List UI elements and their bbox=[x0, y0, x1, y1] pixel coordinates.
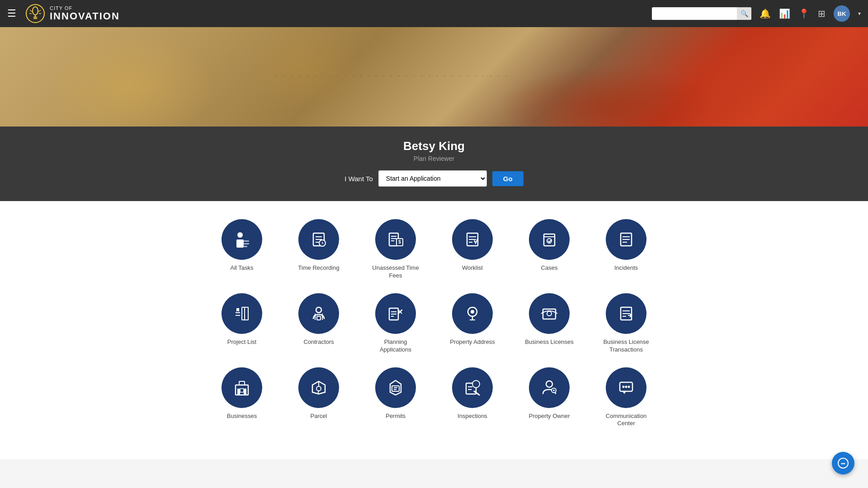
property-address-icon bbox=[462, 304, 482, 324]
svg-rect-31 bbox=[544, 234, 555, 246]
hamburger-menu-icon[interactable]: ☰ bbox=[7, 8, 16, 19]
icon-cases[interactable]: Cases bbox=[524, 219, 574, 280]
cases-icon bbox=[539, 230, 559, 249]
svg-rect-68 bbox=[240, 389, 244, 392]
project-list-icon bbox=[232, 304, 252, 324]
logo-area: City of INNOVATION bbox=[25, 4, 120, 23]
user-section: Betsy King Plan Reviewer I Want To Start… bbox=[0, 127, 868, 201]
parcel-circle[interactable] bbox=[298, 367, 339, 408]
icon-businesses[interactable]: Businesses bbox=[217, 367, 267, 428]
svg-rect-66 bbox=[237, 389, 240, 395]
search-button[interactable]: 🔍 bbox=[737, 7, 751, 20]
incidents-circle[interactable] bbox=[606, 219, 646, 260]
header: ☰ City of INNOVATION 🔍 🔔 � bbox=[0, 0, 868, 27]
icon-parcel[interactable]: Parcel bbox=[294, 367, 344, 428]
inspections-label: Inspections bbox=[458, 413, 487, 420]
banner bbox=[0, 27, 868, 127]
svg-rect-11 bbox=[244, 240, 249, 242]
icon-business-license-transactions[interactable]: Business License Transactions bbox=[601, 293, 651, 354]
property-owner-label: Property Owner bbox=[528, 413, 570, 420]
map-icon[interactable]: 📍 bbox=[798, 8, 810, 19]
business-license-transactions-label: Business License Transactions bbox=[601, 338, 651, 354]
communication-center-label: Communication Center bbox=[601, 413, 651, 428]
svg-point-9 bbox=[237, 232, 243, 238]
icon-planning-applications[interactable]: Planning Applications bbox=[371, 293, 420, 354]
user-dropdown-arrow[interactable]: ▾ bbox=[858, 10, 861, 17]
planning-applications-circle[interactable] bbox=[375, 293, 416, 334]
notification-icon[interactable]: 🔔 bbox=[760, 8, 771, 19]
svg-point-89 bbox=[841, 463, 843, 465]
businesses-circle[interactable] bbox=[222, 367, 262, 408]
svg-rect-67 bbox=[244, 389, 246, 395]
user-avatar[interactable]: BK bbox=[834, 5, 850, 22]
project-list-circle[interactable] bbox=[222, 293, 262, 334]
business-license-transactions-circle[interactable] bbox=[606, 293, 646, 334]
property-owner-circle[interactable] bbox=[529, 367, 570, 408]
svg-marker-42 bbox=[236, 308, 239, 312]
worklist-label: Worklist bbox=[462, 264, 483, 272]
icon-inspections[interactable]: Inspections bbox=[448, 367, 497, 428]
parcel-label: Parcel bbox=[311, 413, 327, 420]
svg-rect-10 bbox=[236, 239, 244, 248]
svg-line-5 bbox=[30, 10, 32, 12]
logo-innovation: INNOVATION bbox=[50, 11, 120, 22]
svg-point-79 bbox=[546, 381, 552, 387]
business-licenses-label: Business Licenses bbox=[525, 338, 574, 346]
all-tasks-label: All Tasks bbox=[230, 264, 253, 272]
inspections-circle[interactable] bbox=[452, 367, 493, 408]
user-name: Betsy King bbox=[403, 139, 465, 153]
businesses-label: Businesses bbox=[227, 413, 257, 420]
worklist-circle[interactable] bbox=[452, 219, 493, 260]
all-tasks-circle[interactable] bbox=[222, 219, 262, 260]
unassessed-time-fees-circle[interactable]: $ bbox=[375, 219, 416, 260]
want-to-label: I Want To bbox=[344, 175, 373, 183]
chat-fab-icon bbox=[837, 457, 849, 469]
icon-project-list[interactable]: Project List bbox=[217, 293, 267, 354]
svg-rect-71 bbox=[392, 386, 399, 391]
icon-incidents[interactable]: Incidents bbox=[601, 219, 651, 280]
svg-point-58 bbox=[547, 311, 552, 316]
svg-rect-39 bbox=[245, 307, 248, 320]
all-tasks-icon bbox=[232, 230, 252, 249]
property-owner-icon bbox=[539, 378, 559, 398]
inspections-icon bbox=[462, 378, 482, 398]
svg-point-91 bbox=[844, 463, 845, 465]
icon-time-recording[interactable]: Time Recording bbox=[294, 219, 344, 280]
icon-all-tasks[interactable]: All Tasks bbox=[217, 219, 267, 280]
parcel-icon bbox=[309, 378, 329, 398]
header-left: ☰ City of INNOVATION bbox=[7, 4, 652, 23]
icon-business-licenses[interactable]: Business Licenses bbox=[524, 293, 574, 354]
icon-permits[interactable]: Permits bbox=[371, 367, 420, 428]
icon-contractors[interactable]: Contractors bbox=[294, 293, 344, 354]
want-to-select[interactable]: Start an Application Search Records Pay … bbox=[378, 170, 487, 187]
icon-communication-center[interactable]: Communication Center bbox=[601, 367, 651, 428]
icon-unassessed-time-fees[interactable]: $ Unassessed Time Fees bbox=[371, 219, 420, 280]
svg-point-0 bbox=[26, 5, 44, 23]
time-recording-circle[interactable] bbox=[298, 219, 339, 260]
worklist-icon bbox=[462, 230, 482, 249]
icon-property-address[interactable]: Property Address bbox=[448, 293, 497, 354]
icon-property-owner[interactable]: Property Owner bbox=[524, 367, 574, 428]
property-address-circle[interactable] bbox=[452, 293, 493, 334]
cases-circle[interactable] bbox=[529, 219, 570, 260]
contractors-label: Contractors bbox=[303, 338, 334, 346]
svg-point-69 bbox=[316, 386, 321, 391]
icon-worklist[interactable]: Worklist bbox=[448, 219, 497, 280]
planning-applications-label: Planning Applications bbox=[371, 338, 420, 354]
chat-fab[interactable] bbox=[832, 452, 854, 474]
logo-icon bbox=[25, 4, 45, 23]
go-button[interactable]: Go bbox=[492, 171, 524, 186]
permits-label: Permits bbox=[386, 413, 406, 420]
icons-row-2: Project List Contractors bbox=[217, 293, 651, 354]
business-licenses-circle[interactable] bbox=[529, 293, 570, 334]
grid-icon[interactable]: ⊞ bbox=[818, 8, 826, 19]
chart-icon[interactable]: 📊 bbox=[779, 8, 790, 19]
permits-circle[interactable] bbox=[375, 367, 416, 408]
svg-point-86 bbox=[625, 385, 627, 388]
communication-center-circle[interactable] bbox=[606, 367, 646, 408]
contractors-circle[interactable] bbox=[298, 293, 339, 334]
search-box[interactable]: 🔍 bbox=[652, 7, 751, 20]
search-input[interactable] bbox=[652, 8, 737, 20]
cases-label: Cases bbox=[541, 264, 558, 272]
svg-text:$: $ bbox=[398, 239, 401, 244]
